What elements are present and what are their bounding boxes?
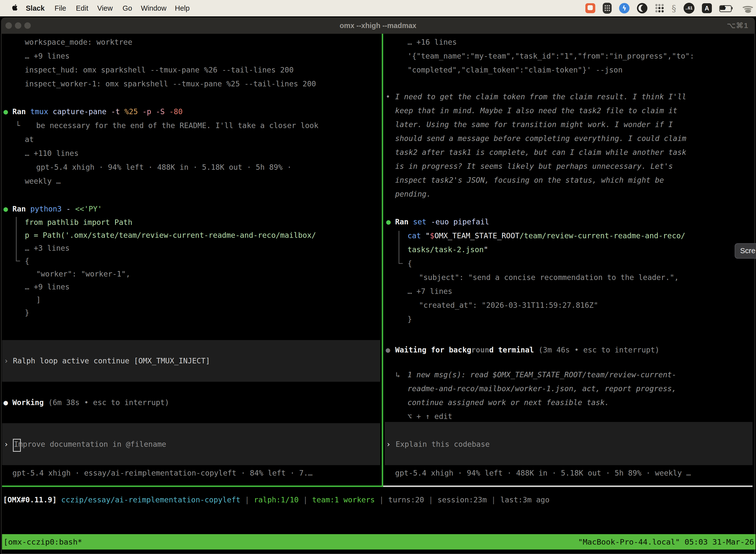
battery-percentage-icon[interactable]: ..61 bbox=[684, 3, 694, 14]
screen-share-overlay[interactable]: Scre bbox=[735, 243, 756, 259]
text-cursor bbox=[13, 439, 21, 452]
battery-icon[interactable]: ϟ bbox=[719, 5, 733, 12]
apple-icon bbox=[12, 4, 18, 13]
menu-edit[interactable]: Edit bbox=[76, 0, 88, 16]
menu-go[interactable]: Go bbox=[123, 0, 132, 16]
chat-app-icon[interactable] bbox=[585, 3, 595, 13]
squiggle-icon[interactable]: § bbox=[672, 3, 676, 13]
menu-help[interactable]: Help bbox=[175, 0, 190, 16]
menu-app-name[interactable]: Slack bbox=[26, 0, 45, 16]
apple-menu[interactable] bbox=[12, 0, 18, 16]
input-source-icon[interactable]: A bbox=[702, 3, 712, 13]
crescent-app-icon[interactable] bbox=[637, 3, 647, 13]
tmux-session-label[interactable]: [omx-cczip0:bash* bbox=[3, 537, 82, 546]
tmux-status-bar: [omx-cczip0:bash* "MacBook-Pro-44.local"… bbox=[2, 534, 756, 550]
terminal-line: [OMX#0.11.9] cczip/essay/ai-reimplementa… bbox=[3, 493, 550, 507]
menu-file[interactable]: File bbox=[55, 0, 66, 16]
dots-grid-icon[interactable] bbox=[655, 3, 664, 13]
screen: omx --xhigh --madmax ⌥⌘1 workspace_mode:… bbox=[0, 0, 756, 554]
keypad-grid-icon[interactable] bbox=[603, 3, 612, 14]
menu-window[interactable]: Window bbox=[141, 0, 167, 16]
tmux-host-clock: "MacBook-Pro-44.local" 05:03 31-Mar-26 bbox=[578, 537, 754, 546]
menu-view[interactable]: View bbox=[97, 0, 113, 16]
menu-bar: Slack File Edit View Go Window Help ϟ § … bbox=[0, 0, 756, 16]
wifi-icon[interactable] bbox=[741, 4, 753, 13]
omx-status-line: [OMX#0.11.9] cczip/essay/ai-reimplementa… bbox=[0, 0, 756, 554]
bolt-app-icon[interactable]: ϟ bbox=[619, 3, 630, 13]
status-icons: ϟ § ..61 A ϟ bbox=[585, 0, 753, 16]
